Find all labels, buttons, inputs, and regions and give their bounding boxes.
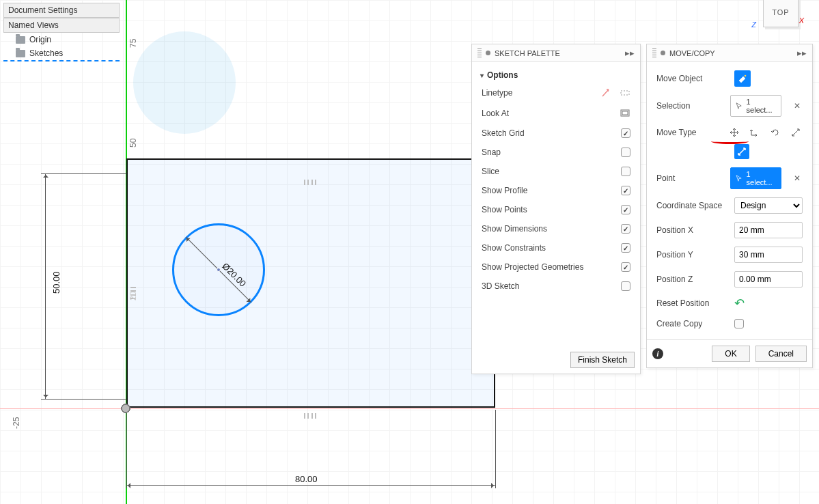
option-label: Linetype: [482, 88, 512, 98]
browser-item-label: Sketches: [29, 48, 63, 58]
move-object-mode-icon[interactable]: [734, 70, 751, 87]
height-dimension-value[interactable]: 50.00: [51, 271, 61, 294]
option-show-profile: Show Profile: [479, 181, 633, 200]
browser-item-label: Named Views: [8, 20, 59, 30]
svg-point-3: [745, 75, 747, 77]
point-picker[interactable]: 1 select...: [730, 167, 781, 189]
cursor-icon: [735, 102, 742, 110]
row-label: Create Copy: [656, 319, 727, 328]
dimension-extension: [126, 410, 127, 488]
dimension-extension: [41, 173, 126, 174]
reset-position-icon[interactable]: ↶: [734, 296, 745, 311]
position-y-input[interactable]: [734, 247, 803, 263]
move-type-scale-icon[interactable]: [789, 125, 803, 140]
clear-selection-icon[interactable]: ✕: [792, 100, 803, 111]
drag-handle-icon[interactable]: [477, 48, 482, 58]
option-sketch-grid: Sketch Grid: [479, 124, 633, 143]
show-points-checkbox[interactable]: [621, 205, 630, 214]
move-object-row: Move Object: [654, 66, 805, 91]
row-label: Position Y: [656, 250, 727, 260]
browser-origin[interactable]: Origin: [3, 33, 120, 46]
position-x-input[interactable]: [734, 222, 803, 238]
view-cube-face-label: TOP: [772, 8, 789, 16]
cancel-button[interactable]: Cancel: [755, 346, 807, 362]
option-label: Show Constraints: [482, 243, 546, 253]
midpoint-constraint-icon[interactable]: [303, 179, 318, 186]
width-dimension-line[interactable]: [126, 485, 495, 486]
bullet-icon: [486, 51, 490, 55]
look-at-icon[interactable]: [620, 108, 630, 119]
grid-label: -25: [12, 417, 21, 429]
option-linetype: Linetype: [479, 83, 633, 103]
bullet-icon: [661, 51, 665, 55]
create-copy-row: Create Copy: [654, 315, 805, 333]
option-snap: Snap: [479, 143, 633, 162]
row-label: Coordinate Space: [656, 201, 727, 210]
pin-icon[interactable]: ▸▸: [797, 48, 807, 58]
selection-row: Selection 1 select... ✕: [654, 91, 805, 121]
view-cube[interactable]: TOP: [763, 0, 799, 27]
linetype-construction-icon[interactable]: [620, 87, 630, 98]
drag-handle-icon[interactable]: [652, 48, 656, 58]
move-type-translate-icon[interactable]: [748, 125, 762, 140]
grid-label: 20: [128, 292, 138, 300]
option-label: Show Projected Geometries: [482, 262, 583, 272]
finish-sketch-button[interactable]: Finish Sketch: [570, 352, 635, 368]
sketch-grid-checkbox[interactable]: [621, 128, 630, 138]
option-label: Snap: [482, 148, 501, 157]
panel-titlebar[interactable]: SKETCH PALETTE ▸▸: [472, 44, 640, 62]
show-dimensions-checkbox[interactable]: [621, 224, 630, 234]
position-z-input[interactable]: [734, 271, 803, 288]
option-label: 3D Sketch: [482, 281, 519, 291]
grid-label: 75: [128, 39, 138, 48]
width-dimension-value[interactable]: 80.00: [295, 474, 318, 484]
pin-icon[interactable]: ▸▸: [625, 48, 635, 58]
show-constraints-checkbox[interactable]: [621, 243, 630, 253]
coord-space-row: Coordinate Space Design: [654, 193, 805, 218]
ok-button[interactable]: OK: [712, 346, 749, 362]
red-annotation-mark: [711, 139, 749, 144]
midpoint-constraint-icon[interactable]: [303, 412, 318, 419]
option-label: Sketch Grid: [482, 128, 525, 138]
browser-sketches[interactable]: Sketches: [3, 46, 120, 61]
coord-space-select[interactable]: Design: [734, 197, 803, 214]
folder-icon: [16, 50, 25, 57]
browser-document-settings[interactable]: Document Settings: [3, 3, 120, 18]
position-z-row: Position Z: [654, 267, 805, 292]
option-label: Show Points: [482, 205, 527, 214]
selection-picker[interactable]: 1 select...: [730, 95, 781, 117]
point-text: 1 select...: [747, 170, 777, 186]
option-look-at: Look At: [479, 103, 633, 124]
slice-checkbox[interactable]: [621, 167, 630, 176]
create-copy-checkbox[interactable]: [734, 319, 744, 328]
move-type-row-2: [654, 144, 805, 163]
position-x-row: Position X: [654, 218, 805, 242]
move-type-point-to-point-icon[interactable]: [734, 144, 749, 159]
row-label: Move Type: [656, 128, 721, 137]
ghost-circle-preview: [133, 31, 236, 134]
info-icon[interactable]: i: [652, 348, 663, 359]
option-label: Slice: [482, 167, 499, 176]
option-label: Show Dimensions: [482, 224, 547, 234]
move-type-free-icon[interactable]: [727, 125, 741, 140]
panel-titlebar[interactable]: MOVE/COPY ▸▸: [647, 44, 812, 62]
position-y-row: Position Y: [654, 242, 805, 267]
panel-title: MOVE/COPY: [669, 49, 715, 57]
row-label: Reset Position: [656, 298, 727, 308]
sketch-circle[interactable]: [172, 223, 265, 316]
show-projected-checkbox[interactable]: [621, 262, 630, 272]
clear-point-icon[interactable]: ✕: [792, 173, 803, 184]
3d-sketch-checkbox[interactable]: [621, 281, 630, 291]
option-show-projected: Show Projected Geometries: [479, 257, 633, 277]
snap-checkbox[interactable]: [621, 148, 630, 157]
linetype-solid-icon[interactable]: [602, 87, 613, 98]
show-profile-checkbox[interactable]: [621, 186, 630, 195]
sketch-palette-panel: SKETCH PALETTE ▸▸ Options Linetype Look …: [471, 44, 641, 374]
selection-text: 1 select...: [747, 98, 777, 114]
browser-named-views[interactable]: Named Views: [3, 18, 120, 33]
row-label: Point: [656, 173, 723, 183]
height-dimension-line[interactable]: [45, 173, 46, 399]
sketch-origin-marker[interactable]: [120, 403, 131, 414]
options-section-toggle[interactable]: Options: [479, 66, 633, 83]
move-type-rotate-icon[interactable]: [768, 125, 782, 140]
